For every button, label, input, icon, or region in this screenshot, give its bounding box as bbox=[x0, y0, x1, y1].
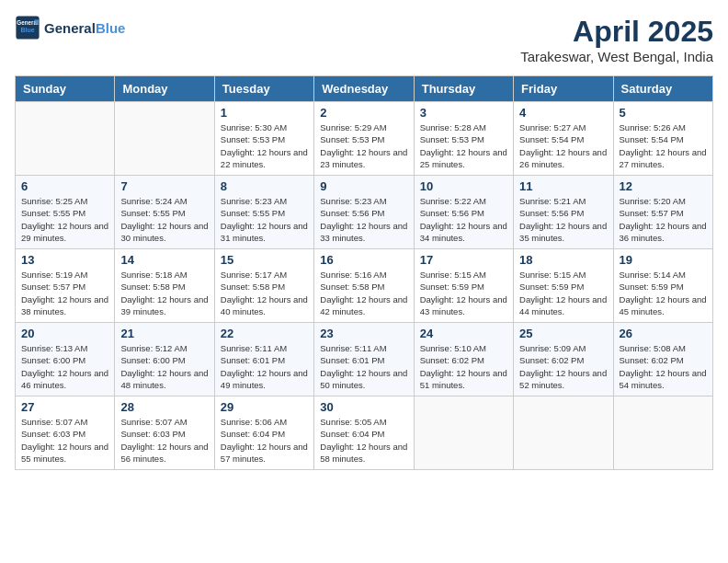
cell-info: Sunrise: 5:25 AMSunset: 5:55 PMDaylight:… bbox=[21, 195, 108, 244]
calendar-header-row: SundayMondayTuesdayWednesdayThursdayFrid… bbox=[16, 76, 713, 102]
cell-info: Sunrise: 5:24 AMSunset: 5:55 PMDaylight:… bbox=[120, 195, 208, 244]
cell-info: Sunrise: 5:08 AMSunset: 6:02 PMDaylight:… bbox=[620, 342, 707, 391]
cell-info: Sunrise: 5:23 AMSunset: 5:55 PMDaylight:… bbox=[221, 195, 308, 244]
day-number: 14 bbox=[120, 253, 208, 267]
cell-info: Sunrise: 5:27 AMSunset: 5:54 PMDaylight:… bbox=[519, 121, 607, 170]
calendar-week-5: 27Sunrise: 5:07 AMSunset: 6:03 PMDayligh… bbox=[16, 396, 713, 470]
day-number: 25 bbox=[519, 327, 607, 340]
calendar-cell: 29Sunrise: 5:06 AMSunset: 6:04 PMDayligh… bbox=[214, 396, 313, 470]
cell-info: Sunrise: 5:28 AMSunset: 5:53 PMDaylight:… bbox=[420, 121, 507, 170]
calendar-cell: 9Sunrise: 5:23 AMSunset: 5:56 PMDaylight… bbox=[314, 176, 414, 249]
cell-info: Sunrise: 5:18 AMSunset: 5:58 PMDaylight:… bbox=[120, 269, 208, 317]
calendar-cell: 6Sunrise: 5:25 AMSunset: 5:55 PMDaylight… bbox=[16, 176, 115, 249]
calendar-cell: 27Sunrise: 5:07 AMSunset: 6:03 PMDayligh… bbox=[16, 396, 115, 470]
calendar-cell: 30Sunrise: 5:05 AMSunset: 6:04 PMDayligh… bbox=[314, 396, 414, 470]
calendar-subtitle: Tarakeswar, West Bengal, India bbox=[520, 49, 713, 64]
day-number: 9 bbox=[320, 179, 407, 193]
cell-info: Sunrise: 5:15 AMSunset: 5:59 PMDaylight:… bbox=[519, 269, 607, 317]
day-number: 20 bbox=[21, 327, 108, 340]
cell-info: Sunrise: 5:15 AMSunset: 5:59 PMDaylight:… bbox=[420, 269, 507, 317]
day-header-tuesday: Tuesday bbox=[214, 76, 313, 102]
calendar-cell: 25Sunrise: 5:09 AMSunset: 6:02 PMDayligh… bbox=[514, 323, 613, 396]
day-number: 26 bbox=[620, 327, 707, 340]
day-header-monday: Monday bbox=[115, 76, 214, 102]
day-header-wednesday: Wednesday bbox=[314, 76, 414, 102]
day-number: 4 bbox=[519, 106, 607, 120]
logo-text: GeneralBlue bbox=[44, 20, 125, 36]
cell-info: Sunrise: 5:07 AMSunset: 6:03 PMDaylight:… bbox=[21, 416, 108, 465]
svg-text:Blue: Blue bbox=[20, 27, 34, 33]
logo-icon: General Blue bbox=[15, 15, 40, 40]
cell-info: Sunrise: 5:14 AMSunset: 5:59 PMDaylight:… bbox=[620, 269, 707, 317]
day-number: 18 bbox=[519, 253, 607, 267]
calendar-cell: 2Sunrise: 5:29 AMSunset: 5:53 PMDaylight… bbox=[314, 102, 414, 176]
day-number: 15 bbox=[221, 253, 308, 267]
calendar-cell: 15Sunrise: 5:17 AMSunset: 5:58 PMDayligh… bbox=[214, 249, 313, 323]
cell-info: Sunrise: 5:26 AMSunset: 5:54 PMDaylight:… bbox=[620, 121, 707, 170]
calendar-cell bbox=[414, 396, 513, 470]
cell-info: Sunrise: 5:05 AMSunset: 6:04 PMDaylight:… bbox=[320, 416, 407, 465]
cell-info: Sunrise: 5:30 AMSunset: 5:53 PMDaylight:… bbox=[221, 121, 308, 170]
logo: General Blue GeneralBlue bbox=[15, 15, 125, 40]
day-number: 1 bbox=[221, 106, 308, 120]
day-number: 6 bbox=[21, 179, 108, 193]
cell-info: Sunrise: 5:22 AMSunset: 5:56 PMDaylight:… bbox=[420, 195, 507, 244]
day-number: 17 bbox=[420, 253, 507, 267]
day-number: 10 bbox=[420, 179, 507, 193]
day-number: 16 bbox=[320, 253, 407, 267]
calendar-cell: 3Sunrise: 5:28 AMSunset: 5:53 PMDaylight… bbox=[414, 102, 513, 176]
calendar-cell: 7Sunrise: 5:24 AMSunset: 5:55 PMDaylight… bbox=[115, 176, 214, 249]
cell-info: Sunrise: 5:16 AMSunset: 5:58 PMDaylight:… bbox=[320, 269, 407, 317]
calendar-cell bbox=[514, 396, 613, 470]
cell-info: Sunrise: 5:13 AMSunset: 6:00 PMDaylight:… bbox=[21, 342, 108, 391]
day-header-sunday: Sunday bbox=[16, 76, 115, 102]
calendar-cell: 10Sunrise: 5:22 AMSunset: 5:56 PMDayligh… bbox=[414, 176, 513, 249]
calendar-cell: 24Sunrise: 5:10 AMSunset: 6:02 PMDayligh… bbox=[414, 323, 513, 396]
day-header-friday: Friday bbox=[514, 76, 613, 102]
day-number: 30 bbox=[320, 400, 407, 414]
calendar-cell: 16Sunrise: 5:16 AMSunset: 5:58 PMDayligh… bbox=[314, 249, 414, 323]
day-number: 28 bbox=[120, 400, 208, 414]
day-number: 2 bbox=[320, 106, 407, 120]
cell-info: Sunrise: 5:06 AMSunset: 6:04 PMDaylight:… bbox=[221, 416, 308, 465]
calendar-cell: 21Sunrise: 5:12 AMSunset: 6:00 PMDayligh… bbox=[115, 323, 214, 396]
calendar-cell: 12Sunrise: 5:20 AMSunset: 5:57 PMDayligh… bbox=[613, 176, 712, 249]
day-number: 13 bbox=[21, 253, 108, 267]
calendar-cell: 17Sunrise: 5:15 AMSunset: 5:59 PMDayligh… bbox=[414, 249, 513, 323]
calendar-cell: 23Sunrise: 5:11 AMSunset: 6:01 PMDayligh… bbox=[314, 323, 414, 396]
cell-info: Sunrise: 5:10 AMSunset: 6:02 PMDaylight:… bbox=[420, 342, 507, 391]
cell-info: Sunrise: 5:19 AMSunset: 5:57 PMDaylight:… bbox=[21, 269, 108, 317]
calendar-week-4: 20Sunrise: 5:13 AMSunset: 6:00 PMDayligh… bbox=[16, 323, 713, 396]
calendar-cell: 26Sunrise: 5:08 AMSunset: 6:02 PMDayligh… bbox=[613, 323, 712, 396]
day-number: 7 bbox=[120, 179, 208, 193]
cell-info: Sunrise: 5:29 AMSunset: 5:53 PMDaylight:… bbox=[320, 121, 407, 170]
cell-info: Sunrise: 5:12 AMSunset: 6:00 PMDaylight:… bbox=[120, 342, 208, 391]
calendar-cell: 28Sunrise: 5:07 AMSunset: 6:03 PMDayligh… bbox=[115, 396, 214, 470]
day-number: 22 bbox=[221, 327, 308, 340]
cell-info: Sunrise: 5:17 AMSunset: 5:58 PMDaylight:… bbox=[221, 269, 308, 317]
cell-info: Sunrise: 5:20 AMSunset: 5:57 PMDaylight:… bbox=[620, 195, 707, 244]
calendar-week-3: 13Sunrise: 5:19 AMSunset: 5:57 PMDayligh… bbox=[16, 249, 713, 323]
calendar-week-2: 6Sunrise: 5:25 AMSunset: 5:55 PMDaylight… bbox=[16, 176, 713, 249]
calendar-cell bbox=[16, 102, 115, 176]
day-header-thursday: Thursday bbox=[414, 76, 513, 102]
calendar-cell: 13Sunrise: 5:19 AMSunset: 5:57 PMDayligh… bbox=[16, 249, 115, 323]
cell-info: Sunrise: 5:11 AMSunset: 6:01 PMDaylight:… bbox=[320, 342, 407, 391]
calendar-table: SundayMondayTuesdayWednesdayThursdayFrid… bbox=[15, 75, 713, 470]
calendar-title: April 2025 bbox=[520, 15, 713, 49]
calendar-cell: 22Sunrise: 5:11 AMSunset: 6:01 PMDayligh… bbox=[214, 323, 313, 396]
day-number: 12 bbox=[620, 179, 707, 193]
title-section: April 2025 Tarakeswar, West Bengal, Indi… bbox=[520, 15, 713, 64]
page-header: General Blue GeneralBlue April 2025 Tara… bbox=[15, 15, 713, 64]
calendar-cell: 4Sunrise: 5:27 AMSunset: 5:54 PMDaylight… bbox=[514, 102, 613, 176]
calendar-cell: 20Sunrise: 5:13 AMSunset: 6:00 PMDayligh… bbox=[16, 323, 115, 396]
calendar-cell: 18Sunrise: 5:15 AMSunset: 5:59 PMDayligh… bbox=[514, 249, 613, 323]
day-number: 19 bbox=[620, 253, 707, 267]
cell-info: Sunrise: 5:23 AMSunset: 5:56 PMDaylight:… bbox=[320, 195, 407, 244]
cell-info: Sunrise: 5:21 AMSunset: 5:56 PMDaylight:… bbox=[519, 195, 607, 244]
calendar-cell: 14Sunrise: 5:18 AMSunset: 5:58 PMDayligh… bbox=[115, 249, 214, 323]
day-number: 5 bbox=[620, 106, 707, 120]
day-number: 24 bbox=[420, 327, 507, 340]
day-number: 29 bbox=[221, 400, 308, 414]
day-number: 23 bbox=[320, 327, 407, 340]
